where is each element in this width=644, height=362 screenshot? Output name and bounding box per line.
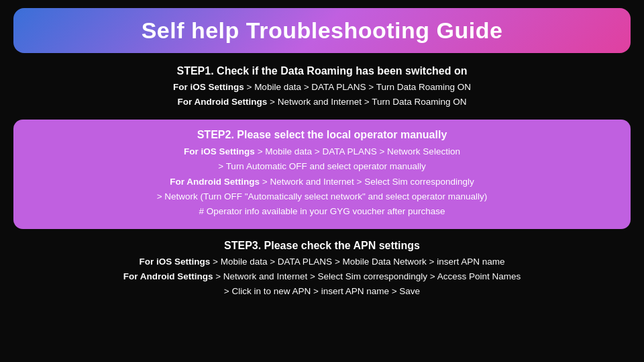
step3-ios-label: For iOS Settings (140, 257, 211, 267)
step2-android-line2: > Network (Turn OFF "Automatically selec… (32, 189, 612, 204)
step3-section: STEP3. Please check the APN settings For… (123, 240, 521, 300)
step2-ios-line1: For iOS Settings > Mobile data > DATA PL… (32, 144, 612, 159)
step3-ios-line: For iOS Settings > Mobile data > DATA PL… (123, 255, 521, 269)
step2-title: STEP2. Please select the local operator … (32, 129, 612, 141)
title-banner: Self help Troubleshooting Guide (13, 8, 631, 53)
step2-android-label: For Android Settings (170, 177, 260, 187)
step1-android-label: For Android Settings (178, 97, 268, 107)
step2-android-text1: > Network and Internet > Select Sim corr… (262, 177, 474, 187)
step2-note: # Operator info available in your GYG vo… (32, 204, 612, 219)
step3-android-label: For Android Settings (123, 271, 213, 281)
step2-ios-line2: > Turn Automatic OFF and select operator… (32, 159, 612, 174)
step1-section: STEP1. Check if the Data Roaming has bee… (173, 65, 471, 109)
step3-android-line1: For Android Settings > Network and Inter… (123, 269, 521, 284)
step1-android-line: For Android Settings > Network and Inter… (173, 95, 471, 109)
step3-android-text1: > Network and Internet > Select Sim corr… (215, 271, 521, 281)
step2-ios-text1: > Mobile data > DATA PLANS > Network Sel… (258, 146, 460, 156)
step1-ios-line: For iOS Settings > Mobile data > DATA PL… (173, 80, 471, 95)
step3-ios-text: > Mobile data > DATA PLANS > Mobile Data… (213, 257, 504, 267)
step1-title: STEP1. Check if the Data Roaming has bee… (173, 65, 471, 77)
step2-android-line1: For Android Settings > Network and Inter… (32, 175, 612, 189)
main-title: Self help Troubleshooting Guide (142, 17, 503, 43)
step1-ios-label: For iOS Settings (173, 82, 244, 92)
step1-android-text: > Network and Internet > Turn Data Roami… (270, 97, 466, 107)
step3-title: STEP3. Please check the APN settings (123, 240, 521, 252)
step2-section: STEP2. Please select the local operator … (13, 120, 631, 228)
step3-android-line2: > Click in to new APN > insert APN name … (123, 284, 521, 299)
step2-ios-label: For iOS Settings (184, 146, 255, 156)
step1-ios-text: > Mobile data > DATA PLANS > Turn Data R… (246, 82, 471, 92)
